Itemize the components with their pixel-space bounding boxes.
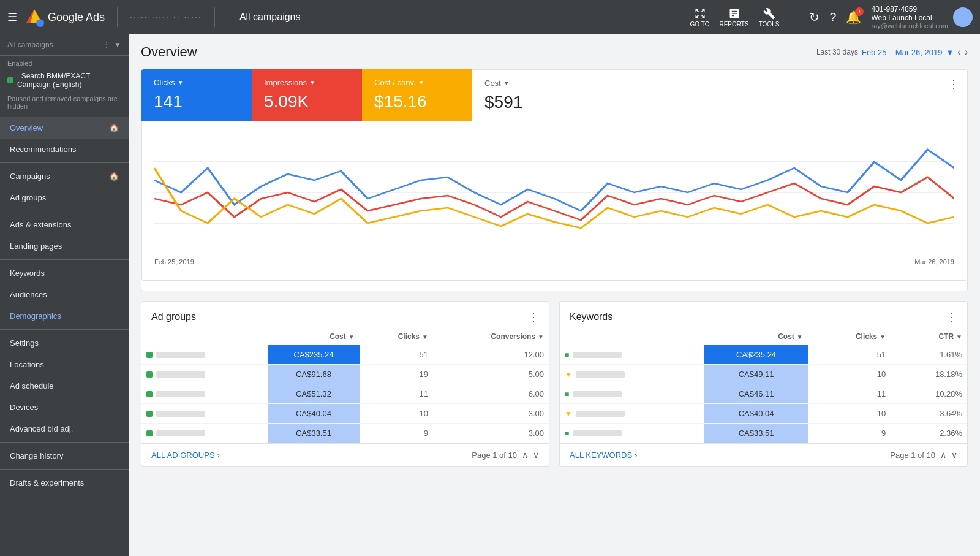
- ag-row-conversions-2: 6.00: [433, 384, 549, 404]
- kw-row-blurred-3: [576, 411, 625, 417]
- sidebar-item-locations[interactable]: Locations: [0, 354, 129, 375]
- hamburger-menu[interactable]: ☰: [7, 10, 17, 24]
- metric-card-cost-conv[interactable]: Cost / conv. ▼ $15.16: [362, 69, 472, 121]
- date-range-value[interactable]: Feb 25 – Mar 26, 2019: [862, 48, 943, 57]
- keywords-more-icon[interactable]: ⋮: [946, 310, 957, 324]
- tools-button[interactable]: TOOLS: [759, 7, 780, 28]
- user-avatar[interactable]: [953, 7, 973, 27]
- help-button[interactable]: ?: [829, 10, 836, 25]
- ag-row-blurred-0: [156, 352, 205, 358]
- ag-clicks-sort-icon: ▼: [422, 333, 428, 340]
- kw-row-label-2: ■: [560, 384, 704, 404]
- account-info: 401-987-4859 Web Launch Local ray@weblau…: [871, 5, 973, 29]
- sidebar-item-overview[interactable]: Overview 🏠: [0, 117, 129, 139]
- sidebar-item-settings[interactable]: Settings: [0, 332, 129, 354]
- table-row[interactable]: CA$40.04 10 3.00: [141, 404, 549, 424]
- ad-groups-panel: Ad groups ⋮ Cost ▼: [141, 301, 549, 467]
- ag-conversions-header: Conversions: [491, 332, 535, 341]
- ag-col-cost[interactable]: Cost ▼: [268, 329, 359, 345]
- sidebar-item-devices[interactable]: Devices: [0, 397, 129, 418]
- kw-see-all-arrow-icon: ›: [635, 451, 637, 460]
- metric-card-impressions[interactable]: Impressions ▼ 5.09K: [252, 69, 362, 121]
- kw-cost-sort-icon: ▼: [797, 333, 803, 340]
- kw-clicks-sort-icon: ▼: [880, 333, 886, 340]
- ad-groups-page-nav: Page 1 of 10 ∧ ∨: [472, 450, 539, 460]
- sidebar-item-demographics[interactable]: Demographics: [0, 305, 129, 327]
- reports-button[interactable]: REPORTS: [719, 7, 748, 28]
- logo-text: Google Ads: [48, 11, 105, 24]
- cost-dropdown-icon[interactable]: ▼: [503, 80, 510, 86]
- ag-row-icon-2: [146, 391, 153, 397]
- table-row[interactable]: ▼ CA$40.04 10 3.64%: [560, 404, 967, 424]
- sidebar-item-advanced-bid[interactable]: Advanced bid adj.: [0, 418, 129, 440]
- table-row[interactable]: ■ CA$46.11 11 10.28%: [560, 384, 967, 404]
- see-all-arrow-icon: ›: [217, 451, 220, 460]
- see-all-ad-groups-link[interactable]: ALL AD GROUPS ›: [151, 451, 220, 460]
- see-all-keywords-link[interactable]: ALL KEYWORDS ›: [570, 451, 637, 460]
- overview-header: Overview Last 30 days Feb 25 – Mar 26, 2…: [141, 44, 968, 60]
- table-row[interactable]: ■ CA$235.24 51 1.61%: [560, 345, 967, 365]
- table-row[interactable]: CA$51.32 11 6.00: [141, 384, 549, 404]
- sidebar-item-drafts[interactable]: Drafts & experiments: [0, 472, 129, 493]
- goto-button[interactable]: GO TO: [690, 7, 710, 28]
- sidebar-campaign-item[interactable]: _Search BMM/EXACT Campaign (English): [0, 68, 129, 93]
- sidebar-item-change-history[interactable]: Change history: [0, 445, 129, 467]
- sidebar-item-keywords[interactable]: Keywords: [0, 262, 129, 284]
- ag-row-conversions-4: 3.00: [433, 424, 549, 443]
- table-row[interactable]: CA$33.51 9 3.00: [141, 424, 549, 443]
- sidebar-item-recommendations[interactable]: Recommendations: [0, 139, 129, 160]
- ag-col-conversions[interactable]: Conversions ▼: [433, 329, 549, 345]
- kw-see-all-label: ALL KEYWORDS: [570, 451, 632, 460]
- kw-row-icon-2: ■: [565, 390, 569, 398]
- metric-more-icon[interactable]: ⋮: [948, 77, 959, 91]
- sidebar-item-ad-schedule[interactable]: Ad schedule: [0, 375, 129, 397]
- kw-prev-page-button[interactable]: ∧: [940, 450, 946, 460]
- table-row[interactable]: CA$91.68 19 5.00: [141, 365, 549, 384]
- kw-col-cost[interactable]: Cost ▼: [704, 329, 807, 345]
- sidebar-item-landing-pages[interactable]: Landing pages: [0, 235, 129, 257]
- impressions-label: Impressions ▼: [264, 78, 350, 87]
- impressions-dropdown-icon[interactable]: ▼: [309, 79, 315, 86]
- refresh-button[interactable]: ↻: [809, 10, 820, 25]
- chart-dates: Feb 25, 2019 Mar 26, 2019: [154, 258, 954, 265]
- sidebar-item-campaigns[interactable]: Campaigns 🏠: [0, 166, 129, 187]
- google-logo-icon: [24, 7, 44, 27]
- metric-card-cost[interactable]: Cost ▼ $591 ⋮: [472, 69, 967, 121]
- kw-row-blurred-2: [573, 391, 622, 397]
- locations-label: Locations: [10, 360, 44, 369]
- account-phone: 401-987-4859: [871, 5, 948, 13]
- table-row[interactable]: CA$235.24 51 12.00: [141, 345, 549, 365]
- cost-conv-dropdown-icon[interactable]: ▼: [418, 79, 424, 86]
- kw-next-page-button[interactable]: ∨: [951, 450, 957, 460]
- ad-groups-more-icon[interactable]: ⋮: [528, 310, 539, 324]
- table-row[interactable]: ▼ CA$49.11 10 18.18%: [560, 365, 967, 384]
- ag-next-page-button[interactable]: ∨: [533, 450, 539, 460]
- kw-col-ctr[interactable]: CTR ▼: [891, 329, 967, 345]
- kw-row-clicks-0: 51: [808, 345, 891, 365]
- main-content: Overview Last 30 days Feb 25 – Mar 26, 2…: [129, 34, 980, 556]
- date-range-dropdown-icon[interactable]: ▼: [946, 48, 954, 57]
- kw-col-clicks[interactable]: Clicks ▼: [808, 329, 891, 345]
- date-prev-button[interactable]: ‹: [957, 47, 960, 58]
- google-ads-logo: Google Ads: [24, 7, 105, 27]
- table-row[interactable]: ■ CA$33.51 9 2.36%: [560, 424, 967, 443]
- sidebar-campaign-label-text: All campaigns: [7, 40, 53, 49]
- overview-label: Overview: [10, 123, 43, 132]
- sidebar-item-audiences[interactable]: Audiences: [0, 284, 129, 305]
- sidebar-campaign-dots[interactable]: ⋮: [103, 40, 110, 49]
- landing-pages-label: Landing pages: [10, 242, 62, 251]
- metric-card-clicks[interactable]: Clicks ▼ 141: [141, 69, 252, 121]
- sidebar-campaign-section: All campaigns ⋮ ▼: [0, 34, 129, 56]
- impressions-value: 5.09K: [264, 92, 350, 112]
- svg-point-2: [36, 19, 44, 27]
- sidebar: All campaigns ⋮ ▼ Enabled _Search BMM/EX…: [0, 34, 129, 556]
- ag-col-clicks[interactable]: Clicks ▼: [360, 329, 433, 345]
- tools-label: TOOLS: [759, 21, 780, 28]
- clicks-value: 141: [154, 92, 239, 112]
- clicks-dropdown-icon[interactable]: ▼: [178, 79, 184, 86]
- sidebar-item-ads-extensions[interactable]: Ads & extensions: [0, 214, 129, 235]
- date-next-button[interactable]: ›: [965, 47, 968, 58]
- sidebar-item-ad-groups[interactable]: Ad groups: [0, 187, 129, 208]
- ag-prev-page-button[interactable]: ∧: [522, 450, 528, 460]
- sidebar-campaign-arrow[interactable]: ▼: [114, 40, 121, 49]
